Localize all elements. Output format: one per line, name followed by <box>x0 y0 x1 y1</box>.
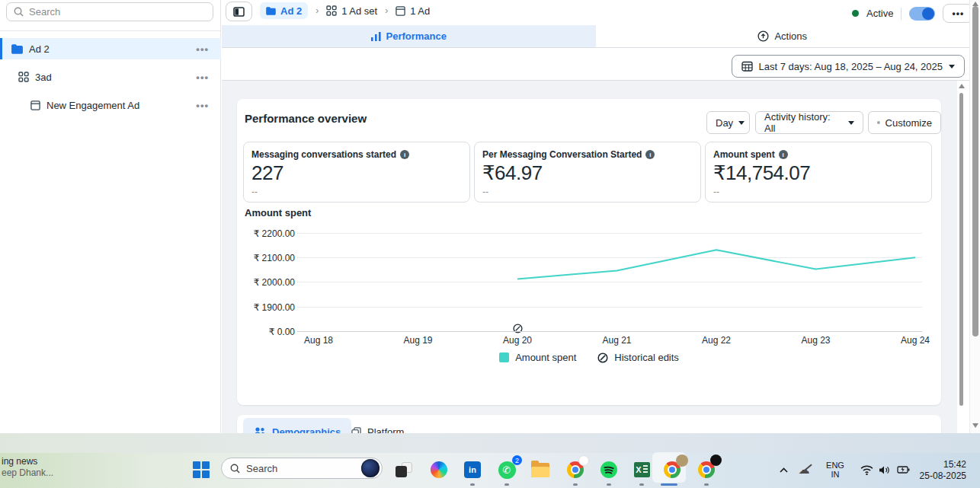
breadcrumb-item-campaign[interactable]: Ad 2 <box>260 2 308 19</box>
day-granularity-dropdown[interactable]: Day <box>706 111 750 134</box>
clock-date: 25-08-2025 <box>920 470 966 482</box>
active-app-underline <box>661 483 677 486</box>
news-line-1: ing news <box>2 456 53 467</box>
metric-label: Messaging conversations started <box>251 149 396 160</box>
running-indicator <box>607 483 611 486</box>
file-explorer-button[interactable] <box>529 458 552 481</box>
date-range-label: Last 7 days: Aug 18, 2025 – Aug 24, 2025 <box>759 61 943 72</box>
running-indicator <box>639 483 644 486</box>
sidebar: Search Ad 2 ••• 3ad ••• New Engagement A… <box>0 0 221 433</box>
whatsapp-icon: ✆2 <box>498 461 516 479</box>
tray-show-hidden-icons[interactable] <box>772 458 795 481</box>
chart-y-labels: ₹ 2200.00₹ 2100.00₹ 2000.00₹ 1900.00₹ 0.… <box>248 227 295 341</box>
bar-chart-icon <box>371 32 381 41</box>
language-region: IN <box>826 470 844 479</box>
chrome-active-window-button[interactable] <box>661 458 684 481</box>
sidebar-item-new-engagement-ad[interactable]: New Engagement Ad ••• <box>0 94 221 116</box>
ad-window-icon <box>30 100 40 110</box>
y-axis-tick-label: ₹ 2200.00 <box>254 228 295 239</box>
whatsapp-button[interactable]: ✆2 <box>495 458 518 481</box>
wifi-icon <box>860 465 873 475</box>
notification-badge: 2 <box>512 455 522 465</box>
search-icon <box>14 7 24 17</box>
chrome-profile-badge-dark <box>710 455 722 466</box>
desktop-wallpaper-strip <box>0 433 980 453</box>
historical-edit-icon <box>597 352 608 363</box>
running-indicator <box>470 483 475 486</box>
running-indicator <box>573 483 578 486</box>
ad-status-controls: Active ••• <box>852 4 973 23</box>
tab-performance[interactable]: Performance <box>222 25 596 47</box>
y-axis-tick-label: ₹ 2000.00 <box>254 277 295 288</box>
language-indicator[interactable]: ENGIN <box>821 458 849 481</box>
info-icon[interactable]: i <box>400 150 409 159</box>
content-area: Performance overview Day Activity histor… <box>222 81 957 433</box>
chevron-down-icon <box>738 121 745 125</box>
chrome-profile-badge <box>578 455 589 466</box>
legend-amount-swatch <box>499 352 509 362</box>
browser-scrollbar-thumb[interactable] <box>972 6 978 336</box>
metric-subvalue: -- <box>713 187 924 197</box>
chevron-down-icon <box>848 121 854 125</box>
metric-label: Amount spent <box>713 149 775 160</box>
search-placeholder: Search <box>246 463 277 474</box>
sidebar-item-3ad[interactable]: 3ad ••• <box>0 66 221 88</box>
item-menu-icon[interactable]: ••• <box>196 43 209 55</box>
widgets-news-ticker[interactable]: ing news eep Dhank... <box>2 456 53 479</box>
metric-card-amount-spent: Amount spenti ₹14,754.07 -- <box>705 142 932 203</box>
info-icon[interactable]: i <box>779 150 788 159</box>
battery-charging-icon <box>897 465 910 474</box>
item-menu-icon[interactable]: ••• <box>196 100 209 111</box>
performance-overview-card: Performance overview Day Activity histor… <box>237 99 941 405</box>
copilot-button[interactable] <box>428 458 450 481</box>
main-tab-bar: Performance Actions <box>222 25 969 48</box>
chrome-profile2-button[interactable] <box>695 458 718 481</box>
browser-scrollbar[interactable] <box>969 0 980 433</box>
taskbar-search[interactable]: Search <box>221 458 383 479</box>
date-range-button[interactable]: Last 7 days: Aug 18, 2025 – Aug 24, 2025 <box>732 55 965 78</box>
y-axis-tick-label: ₹ 1900.00 <box>254 302 295 313</box>
task-view-icon <box>396 462 412 477</box>
ad-set-grid-icon <box>18 72 29 82</box>
content-scrollbar[interactable] <box>959 81 965 433</box>
button-label: Customize <box>886 117 932 129</box>
battery-tray-button[interactable] <box>892 458 914 481</box>
item-menu-icon[interactable]: ••• <box>196 72 209 83</box>
copilot-icon <box>431 461 447 478</box>
breadcrumb-label: 1 Ad <box>410 5 430 17</box>
content-scrollbar-thumb[interactable] <box>959 93 963 406</box>
ad-active-toggle[interactable] <box>909 7 935 21</box>
chrome-profile1-button[interactable] <box>564 458 587 481</box>
activity-history-dropdown[interactable]: Activity history: All <box>755 111 863 134</box>
customize-button[interactable]: Customize <box>868 111 941 134</box>
scroll-down-icon[interactable] <box>972 423 978 428</box>
taskbar-clock[interactable]: 15:42 25-08-2025 <box>920 459 966 482</box>
legend-label: Historical edits <box>614 352 679 363</box>
breadcrumb-item-adset[interactable]: 1 Ad set <box>326 5 377 17</box>
excel-button[interactable]: X <box>630 458 653 481</box>
breadcrumb-label: Ad 2 <box>280 5 302 17</box>
onedrive-tray-button[interactable]: ☁ <box>793 458 815 481</box>
breadcrumb-item-ad[interactable]: 1 Ad <box>396 5 430 17</box>
toggle-knob <box>922 8 934 20</box>
scroll-up-icon[interactable] <box>959 84 965 88</box>
active-status-dot <box>852 10 859 17</box>
breadcrumb-label: 1 Ad set <box>341 5 377 17</box>
windows-taskbar: ing news eep Dhank... Search in ✆2 X <box>0 453 980 488</box>
spotify-button[interactable] <box>597 458 620 481</box>
tab-actions[interactable]: Actions <box>596 25 970 47</box>
metric-card-conversations: Messaging conversations startedi 227 -- <box>243 142 470 203</box>
linkedin-button[interactable]: in <box>461 458 484 481</box>
sidebar-search-input[interactable]: Search <box>6 2 213 21</box>
folder-icon <box>266 7 276 15</box>
sidebar-divider <box>0 30 221 31</box>
speaker-icon <box>879 465 891 475</box>
start-button[interactable] <box>190 458 213 481</box>
collapse-sidebar-button[interactable] <box>226 2 252 21</box>
section-title: Performance overview <box>245 112 367 125</box>
task-view-button[interactable] <box>392 458 415 481</box>
legend-item-amount-spent: Amount spent <box>499 352 576 363</box>
sidebar-item-ad-2[interactable]: Ad 2 ••• <box>0 38 221 59</box>
actions-arrow-icon <box>757 30 769 42</box>
info-icon[interactable]: i <box>645 150 655 159</box>
